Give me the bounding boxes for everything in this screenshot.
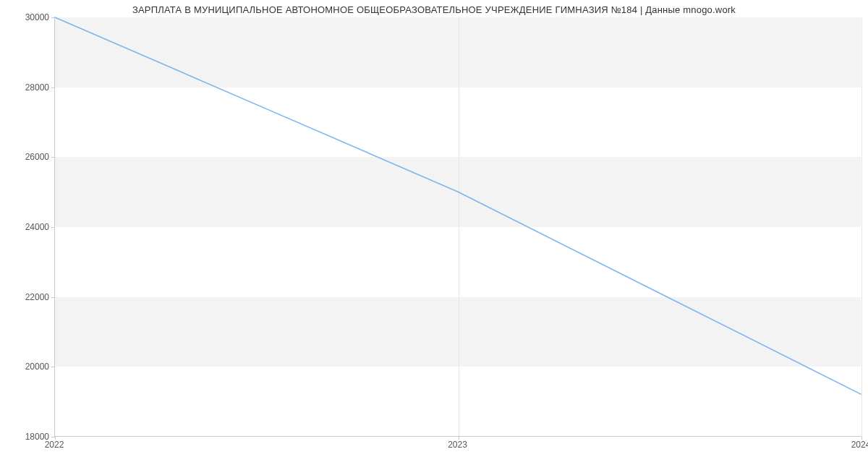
y-tick-label: 26000 [6,152,49,162]
line-path [55,17,861,394]
y-tickmark [51,157,55,158]
x-tick-label: 2023 [448,440,467,450]
x-gridline [861,17,862,436]
chart-container: ЗАРПЛАТА В МУНИЦИПАЛЬНОЕ АВТОНОМНОЕ ОБЩЕ… [0,0,868,470]
plot-area [54,17,861,437]
y-tickmark [51,227,55,228]
y-tick-label: 30000 [6,12,49,22]
y-tick-label: 24000 [6,222,49,232]
y-tick-label: 28000 [6,82,49,93]
y-tickmark [51,367,55,367]
y-tickmark [51,297,55,298]
line-series [55,17,861,436]
y-tickmark [51,17,55,18]
y-tick-label: 22000 [6,292,49,302]
y-tick-label: 20000 [6,362,49,372]
chart-title: ЗАРПЛАТА В МУНИЦИПАЛЬНОЕ АВТОНОМНОЕ ОБЩЕ… [0,4,868,15]
x-tick-label: 2022 [45,440,64,450]
x-tick-label: 2024 [851,440,868,450]
y-tickmark [51,87,55,88]
y-tick-label: 18000 [6,432,49,442]
